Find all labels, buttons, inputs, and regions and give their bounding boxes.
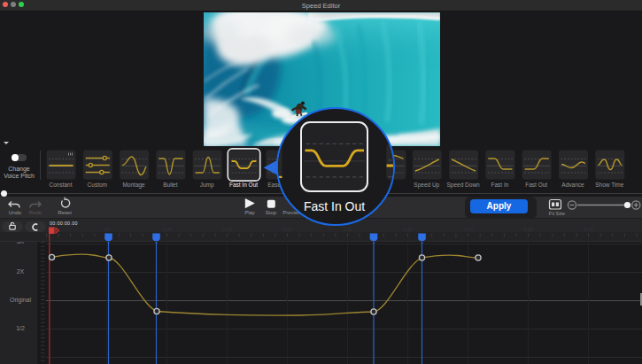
svg-text:3:30: 3:30	[463, 227, 473, 232]
svg-text:1:30: 1:30	[222, 227, 232, 232]
svg-text:30: 30	[104, 227, 109, 232]
svg-text:4:30: 4:30	[584, 227, 593, 232]
svg-text:2:00: 2:00	[282, 227, 292, 232]
svg-text:3:00: 3:00	[403, 227, 413, 232]
svg-text:2:30: 2:30	[343, 227, 352, 232]
svg-text:4:00: 4:00	[523, 227, 533, 232]
svg-text:1:00: 1:00	[162, 227, 172, 232]
